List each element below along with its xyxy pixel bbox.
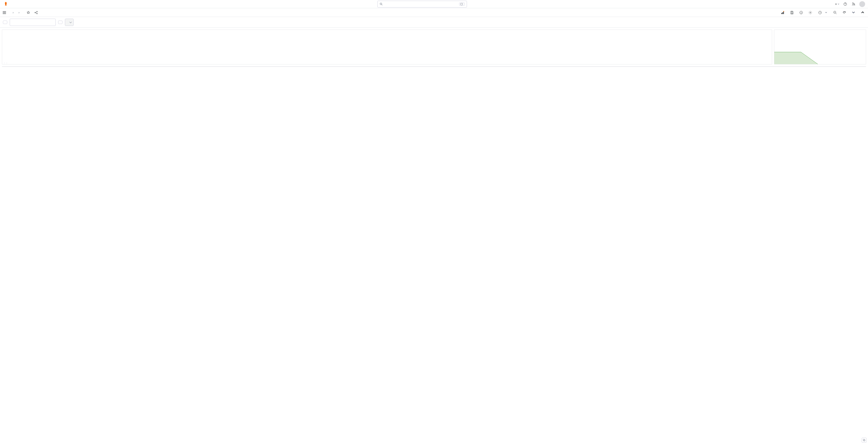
user-avatar[interactable] — [859, 1, 865, 7]
breadcrumb-bar: › › — [0, 8, 868, 17]
svg-point-8 — [37, 13, 37, 14]
star-icon[interactable] — [26, 10, 31, 15]
add-menu[interactable] — [835, 2, 839, 6]
share-icon[interactable] — [34, 10, 38, 15]
chevron-down-icon — [825, 11, 827, 14]
add-panel-icon[interactable] — [779, 9, 786, 16]
refresh-icon[interactable] — [841, 9, 848, 16]
svg-rect-11 — [783, 11, 784, 14]
panel-total-events — [774, 30, 866, 64]
svg-point-0 — [380, 3, 382, 5]
sparkline — [774, 47, 818, 64]
rss-icon[interactable] — [851, 2, 856, 6]
svg-rect-10 — [782, 12, 783, 14]
settings-icon[interactable] — [807, 9, 814, 16]
info-icon[interactable] — [798, 9, 805, 16]
chevron-right-icon: › — [19, 11, 20, 14]
svg-point-14 — [801, 11, 801, 12]
save-icon[interactable] — [788, 9, 795, 16]
search-shortcut — [459, 3, 465, 6]
svg-point-7 — [37, 11, 37, 12]
panel-logs — [2, 66, 866, 67]
refresh-interval-menu[interactable] — [850, 9, 857, 16]
drag-handle-icon[interactable]: ⋮⋮ — [3, 62, 8, 65]
template-variables — [0, 17, 868, 28]
svg-line-18 — [836, 13, 837, 14]
svg-rect-2 — [461, 3, 463, 5]
menu-icon[interactable] — [2, 10, 7, 15]
timeline-chart[interactable]: ⋮⋮ — [2, 33, 772, 64]
chevron-down-icon — [837, 3, 839, 5]
panel-title — [2, 30, 772, 33]
chevron-right-icon: › — [12, 11, 13, 14]
collapse-icon[interactable] — [859, 9, 866, 16]
zoom-out-icon[interactable] — [832, 9, 838, 16]
clock-icon — [818, 11, 822, 14]
svg-point-6 — [35, 12, 35, 13]
search-input[interactable] — [383, 2, 459, 6]
help-icon[interactable] — [843, 2, 848, 6]
panel-title — [774, 30, 866, 33]
search-icon — [379, 2, 383, 6]
svg-line-1 — [382, 4, 382, 5]
var-search-query-input[interactable] — [10, 19, 56, 26]
grafana-logo-icon[interactable] — [3, 1, 9, 7]
var-search-query-label[interactable] — [3, 21, 7, 24]
top-nav — [0, 0, 868, 8]
var-log-group-select[interactable] — [65, 19, 73, 26]
panel-events-timeline: ⋮⋮ — [2, 30, 772, 64]
time-range-picker[interactable] — [816, 9, 829, 16]
svg-point-15 — [810, 12, 811, 13]
global-search[interactable] — [377, 1, 467, 7]
svg-point-5 — [852, 5, 852, 5]
var-log-group-label[interactable] — [58, 21, 62, 24]
svg-rect-9 — [781, 13, 782, 14]
